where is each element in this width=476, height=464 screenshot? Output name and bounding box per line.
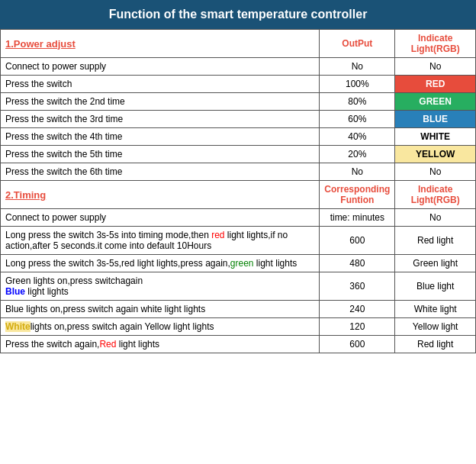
- indicate-cell: Yellow light: [395, 318, 476, 336]
- indicate-cell: Green light: [395, 255, 476, 272]
- action-cell: Long press the switch 3s-5s,red light li…: [1, 255, 320, 272]
- output-cell: 480: [320, 255, 395, 272]
- indicate-cell: Red light: [395, 336, 476, 353]
- action-cell: Press the switch the 2nd time: [1, 93, 320, 111]
- indicate-cell: Red light: [395, 227, 476, 255]
- action-cell: Whitelights on,press switch again Yellow…: [1, 318, 320, 336]
- table-row: Press the switch again,Red light lights …: [1, 336, 476, 353]
- output-cell: 100%: [320, 76, 395, 93]
- indicate-cell: White light: [395, 301, 476, 318]
- table-row: Press the switch the 2nd time 80% GREEN: [1, 93, 476, 111]
- indicate-cell: No: [395, 163, 476, 181]
- indicate-cell: GREEN: [395, 93, 476, 111]
- table-row: Blue lights on,press switch again white …: [1, 301, 476, 318]
- action-cell: Press the switch again,Red light lights: [1, 336, 320, 353]
- table-row: Press the switch the 3rd time 60% BLUE: [1, 111, 476, 128]
- table-row: Long press the switch 3s-5s,red light li…: [1, 255, 476, 272]
- table-row: Whitelights on,press switch again Yellow…: [1, 318, 476, 336]
- output-cell: 120: [320, 318, 395, 336]
- table-row: Press the switch the 4th time 40% WHITE: [1, 128, 476, 146]
- output-cell: No: [320, 163, 395, 181]
- output-cell: 60%: [320, 111, 395, 128]
- indicate-cell: RED: [395, 76, 476, 93]
- action-cell: Press the switch the 5th time: [1, 146, 320, 163]
- action-cell: Press the switch the 4th time: [1, 128, 320, 146]
- output-cell: 600: [320, 336, 395, 353]
- indicate-cell: WHITE: [395, 128, 476, 146]
- action-cell: Green lights on,press switchagainBlue li…: [1, 272, 320, 301]
- action-cell: Connect to power supply: [1, 58, 320, 76]
- action-cell: Connect to power supply: [1, 209, 320, 227]
- output-cell: 20%: [320, 146, 395, 163]
- indicate-cell: YELLOW: [395, 146, 476, 163]
- section1-output-header: OutPut: [320, 30, 395, 58]
- output-cell: 80%: [320, 93, 395, 111]
- action-cell: Press the switch: [1, 76, 320, 93]
- output-cell: 240: [320, 301, 395, 318]
- indicate-cell: No: [395, 58, 476, 76]
- action-cell: Press the switch the 6th time: [1, 163, 320, 181]
- table-row: Connect to power supply No No: [1, 58, 476, 76]
- action-cell: Blue lights on,press switch again white …: [1, 301, 320, 318]
- output-cell: 600: [320, 227, 395, 255]
- main-title: Function of the smart temperature contro…: [0, 0, 476, 29]
- table-row: Long press the switch 3s-5s into timing …: [1, 227, 476, 255]
- table-row: Connect to power supply time: minutes No: [1, 209, 476, 227]
- table-row: Press the switch the 5th time 20% YELLOW: [1, 146, 476, 163]
- indicate-cell: No: [395, 209, 476, 227]
- section2-output-header: CorrespondingFuntion: [320, 181, 395, 209]
- table-row: Press the switch the 6th time No No: [1, 163, 476, 181]
- output-cell: 360: [320, 272, 395, 301]
- table-row: Green lights on,press switchagainBlue li…: [1, 272, 476, 301]
- output-cell: time: minutes: [320, 209, 395, 227]
- section2-indicate-header: Indicate Light(RGB): [395, 181, 476, 209]
- indicate-cell: Blue light: [395, 272, 476, 301]
- indicate-cell: BLUE: [395, 111, 476, 128]
- output-cell: 40%: [320, 128, 395, 146]
- table-row: Press the switch 100% RED: [1, 76, 476, 93]
- action-cell: Press the switch the 3rd time: [1, 111, 320, 128]
- section2-label: 2.Timing: [1, 181, 320, 209]
- output-cell: No: [320, 58, 395, 76]
- action-cell: Long press the switch 3s-5s into timing …: [1, 227, 320, 255]
- section1-indicate-header: Indicate Light(RGB): [395, 30, 476, 58]
- section1-label: 1.Power adjust: [1, 30, 320, 58]
